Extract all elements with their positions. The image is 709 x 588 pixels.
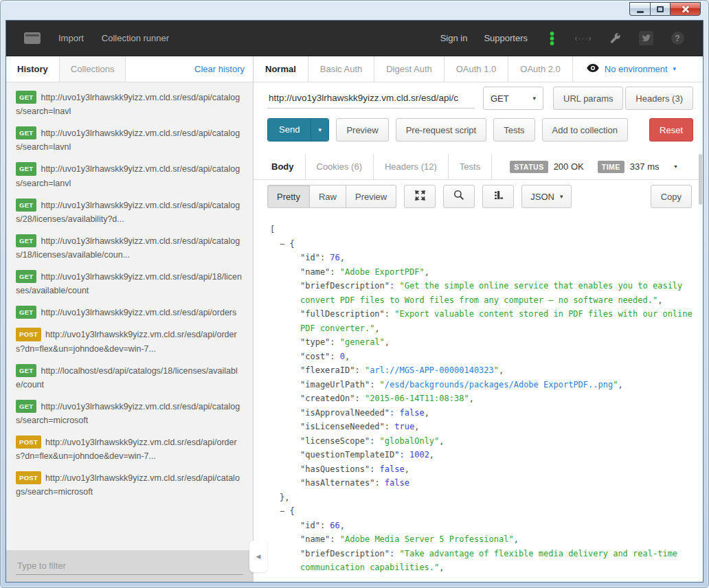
supporters-link[interactable]: Supporters — [484, 33, 528, 43]
prerequest-script-button[interactable]: Pre-request script — [396, 118, 487, 142]
json-token: , — [514, 534, 519, 544]
json-token: "Adobe ExportPDF" — [340, 267, 425, 277]
history-url: http://uvo1y3lrhawskk9yizz.vm.cld.sr/esd… — [16, 272, 242, 295]
chevron-down-icon: ▾ — [319, 127, 322, 133]
headers-button[interactable]: Headers (3) — [625, 87, 693, 110]
clear-history-link[interactable]: Clear history — [186, 56, 253, 82]
tab-oauth2[interactable]: OAuth 2.0 — [508, 56, 573, 82]
raw-button[interactable]: Raw — [310, 185, 346, 208]
minimize-button[interactable] — [629, 2, 650, 16]
view-mode-group: Pretty Raw Preview — [267, 185, 396, 208]
format-button[interactable] — [482, 185, 514, 208]
method-badge: POST — [16, 436, 41, 449]
expand-button[interactable] — [404, 185, 436, 208]
history-item[interactable]: GEThttp://uvo1y3lrhawskk9yizz.vm.cld.sr/… — [6, 270, 253, 297]
format-select[interactable]: JSON ▾ — [521, 185, 572, 208]
history-item[interactable]: GEThttp://localhost/esd/api/catalogs/18/… — [6, 364, 253, 392]
code-brackets-icon[interactable]: ‹···› — [576, 31, 591, 46]
json-line: − { — [269, 504, 695, 519]
history-item[interactable]: GEThttp://uvo1y3lrhawskk9yizz.vm.cld.sr/… — [6, 306, 253, 319]
wrench-icon[interactable] — [607, 31, 622, 46]
help-icon[interactable]: ? — [671, 32, 684, 45]
copy-button[interactable]: Copy — [651, 185, 692, 208]
minimize-icon — [637, 11, 644, 13]
json-token: "2015-06-14T11:08:38" — [365, 394, 469, 403]
environment-selector[interactable]: No environment ▾ — [587, 56, 676, 82]
history-item[interactable]: POSThttp://uvo1y3lrhawskk9yizz.vm.cld.sr… — [6, 471, 253, 499]
json-token: : — [400, 450, 409, 460]
method-value: GET — [491, 93, 509, 104]
url-params-button[interactable]: URL params — [553, 87, 623, 110]
send-options-button[interactable]: ▾ — [311, 119, 328, 141]
search-button[interactable] — [443, 185, 475, 208]
json-token: : — [330, 337, 339, 347]
method-select[interactable]: GET ▾ — [483, 87, 543, 110]
tab-normal[interactable]: Normal — [254, 56, 308, 82]
tab-basic-auth[interactable]: Basic Auth — [308, 56, 374, 82]
json-token: : — [390, 408, 399, 418]
close-button[interactable] — [670, 2, 701, 16]
history-url: http://uvo1y3lrhawskk9yizz.vm.cld.sr/esd… — [16, 164, 240, 188]
filter-input[interactable] — [16, 557, 243, 575]
json-line: "id": 66, — [269, 519, 695, 533]
json-token: false — [380, 464, 405, 474]
sidebar-collapse-button[interactable]: ◀ — [249, 541, 267, 572]
time-dropdown-icon[interactable]: ▾ — [674, 163, 677, 170]
window: Import Collection runner Sign in Support… — [0, 0, 709, 588]
history-item[interactable]: GEThttp://uvo1y3lrhawskk9yizz.vm.cld.sr/… — [6, 400, 253, 427]
tab-digest-auth[interactable]: Digest Auth — [374, 56, 444, 82]
tab-resp-tests[interactable]: Tests — [449, 154, 492, 179]
chevron-down-icon: ▾ — [560, 194, 563, 200]
collections-box-icon[interactable] — [24, 32, 41, 44]
json-token: : — [320, 521, 330, 530]
history-item[interactable]: GEThttp://uvo1y3lrhawskk9yizz.vm.cld.sr/… — [6, 162, 253, 190]
json-token: : — [330, 534, 339, 544]
history-item[interactable]: GEThttp://uvo1y3lrhawskk9yizz.vm.cld.sr/… — [6, 91, 253, 118]
json-token: "questionTemplateID" — [300, 450, 400, 460]
fold-toggle[interactable]: − — [280, 239, 289, 249]
twitter-icon[interactable] — [639, 31, 653, 45]
window-titlebar[interactable] — [1, 1, 708, 20]
json-token: "flexeraID" — [300, 365, 354, 375]
history-item[interactable]: POSThttp://uvo1y3lrhawskk9yizz.vm.cld.sr… — [6, 436, 253, 463]
json-token: " — [494, 365, 499, 375]
history-url: http://uvo1y3lrhawskk9yizz.vm.cld.sr/esd… — [16, 93, 240, 116]
collection-runner-menu[interactable]: Collection runner — [102, 33, 169, 43]
history-item[interactable]: GEThttp://uvo1y3lrhawskk9yizz.vm.cld.sr/… — [6, 126, 253, 154]
tab-collections[interactable]: Collections — [60, 56, 126, 82]
sign-in-link[interactable]: Sign in — [440, 33, 468, 43]
search-icon — [453, 190, 464, 203]
collapse-arrow-icon: ◀ — [256, 553, 261, 560]
add-to-collection-button[interactable]: Add to collection — [542, 118, 628, 142]
json-line: "isLicenseNeeded": true, — [269, 420, 695, 434]
tab-cookies[interactable]: Cookies (6) — [306, 154, 374, 179]
history-item[interactable]: GEThttp://uvo1y3lrhawskk9yizz.vm.cld.sr/… — [6, 199, 253, 226]
response-body: [− {"id": 76,"name": "Adobe ExportPDF","… — [254, 213, 703, 582]
method-badge: GET — [16, 199, 36, 212]
import-menu[interactable]: Import — [58, 33, 84, 43]
history-item[interactable]: POSThttp://uvo1y3lrhawskk9yizz.vm.cld.sr… — [6, 328, 253, 355]
pretty-button[interactable]: Pretty — [267, 185, 310, 208]
preview-mode-button[interactable]: Preview — [346, 185, 396, 208]
maximize-button[interactable] — [650, 2, 670, 16]
preview-button[interactable]: Preview — [336, 118, 388, 142]
tab-resp-headers[interactable]: Headers (12) — [374, 154, 449, 179]
json-token: : — [370, 464, 379, 474]
tab-oauth1[interactable]: OAuth 1.0 — [444, 56, 509, 82]
history-item[interactable]: GEThttp://uvo1y3lrhawskk9yizz.vm.cld.sr/… — [6, 234, 253, 262]
json-line: "briefDescription": "Get the simple onli… — [269, 279, 695, 307]
history-url: http://uvo1y3lrhawskk9yizz.vm.cld.sr/esd… — [16, 330, 237, 353]
reset-button[interactable]: Reset — [649, 118, 693, 142]
method-badge: POST — [16, 471, 41, 484]
response-scrollbar[interactable] — [699, 154, 702, 205]
traffic-light-icon[interactable] — [544, 31, 559, 46]
url-input[interactable] — [267, 88, 475, 109]
json-token: "name" — [300, 267, 330, 277]
tab-body[interactable]: Body — [260, 154, 306, 179]
fold-toggle[interactable]: − — [280, 506, 289, 516]
json-token: : — [330, 267, 339, 277]
tests-button[interactable]: Tests — [493, 118, 534, 142]
json-token: "licenseScope" — [300, 436, 370, 446]
tab-history[interactable]: History — [6, 56, 60, 82]
send-button[interactable]: Send — [268, 119, 311, 141]
